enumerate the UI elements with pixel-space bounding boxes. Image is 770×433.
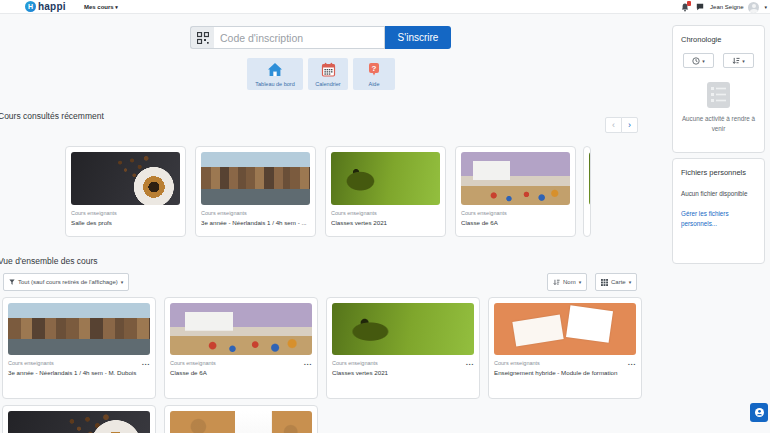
manage-private-files-link[interactable]: Gérer les fichiers personnels... [681, 209, 756, 229]
qr-code-icon [190, 26, 214, 49]
course-title[interactable]: Classe de 6A [170, 369, 312, 378]
course-image [71, 152, 180, 205]
course-filter-dropdown[interactable]: Tout (sauf cours retirés de l'affichage)… [3, 273, 129, 291]
calendar-button[interactable]: Calendrier [308, 58, 348, 90]
house-icon [267, 62, 283, 77]
course-category: Cours enseignants [461, 210, 570, 216]
course-overview-title: Vue d'ensemble des cours [0, 256, 98, 266]
course-image [170, 303, 312, 355]
user-name[interactable]: Jean Seigne [710, 4, 743, 10]
recent-course-card[interactable]: Cours enseignants Classe de 6A [455, 146, 576, 237]
user-menu-caret-icon[interactable]: ▾ [764, 4, 767, 10]
course-title[interactable]: Salle des profs [71, 219, 180, 228]
chevron-down-icon: ▾ [629, 279, 632, 285]
course-category: Cours enseignants [71, 210, 180, 216]
course-category: Cours enseignants [494, 360, 540, 366]
recent-course-card-partial[interactable] [583, 146, 591, 237]
course-category: Cours enseignants [331, 210, 440, 216]
course-image [331, 152, 440, 205]
course-image [461, 152, 570, 205]
course-title[interactable]: Classe de 6A [461, 219, 570, 228]
overview-course-card[interactable]: Cours enseignants ... Classes vertes 202… [326, 297, 480, 399]
display-mode-dropdown[interactable]: Carte ▾ [595, 273, 637, 291]
timeline-empty-illustration [681, 81, 756, 109]
sort-dropdown[interactable]: Nom ▾ [547, 273, 587, 291]
course-category: Cours enseignants [8, 360, 54, 366]
course-title[interactable]: 3e année - Néerlandais 1 / 4h sem - ... [201, 219, 310, 228]
private-files-title: Fichiers personnels [681, 168, 756, 178]
notification-badge [687, 1, 692, 6]
enrol-submit-button[interactable]: S'inscrire [385, 26, 451, 49]
course-title[interactable]: Enseignement hybride - Module de formati… [494, 369, 636, 378]
carousel-next-button[interactable]: › [621, 117, 638, 133]
course-menu-button[interactable]: ... [142, 361, 150, 365]
nav-mes-cours-menu[interactable]: Mes cours ▾ [84, 4, 118, 10]
filter-icon [9, 279, 15, 285]
recent-courses-title: Cours consultés récemment [0, 111, 104, 121]
private-files-block: Fichiers personnels Aucun fichier dispon… [672, 158, 765, 264]
calendar-label: Calendrier [315, 81, 340, 87]
sort-icon [732, 57, 740, 65]
messages-button[interactable] [695, 2, 705, 12]
avatar[interactable] [748, 2, 759, 13]
timeline-sort-dropdown[interactable]: ▾ [723, 53, 754, 68]
logo-text: happi [38, 1, 66, 12]
help-icon: ? [367, 62, 381, 77]
grid-icon [601, 279, 608, 286]
chevron-down-icon: ▾ [702, 58, 705, 64]
course-title[interactable]: Classes vertes 2021 [331, 219, 440, 228]
course-title[interactable]: 3e année - Néerlandais 1 / 4h sem - M. D… [8, 369, 150, 378]
svg-text:?: ? [372, 64, 377, 73]
chevron-down-icon: ▾ [742, 58, 745, 64]
chevron-down-icon: ▾ [115, 4, 118, 10]
course-filter-label: Tout (sauf cours retirés de l'affichage) [18, 279, 118, 285]
course-menu-button[interactable]: ... [628, 361, 636, 365]
course-category: Cours enseignants [201, 210, 310, 216]
course-image [201, 152, 310, 205]
overview-course-card[interactable]: Cours enseignants ... Enseignement hybri… [488, 297, 642, 399]
sort-label: Nom [563, 279, 576, 285]
sort-icon [553, 279, 560, 286]
help-button[interactable]: ? Aide [353, 58, 395, 90]
notifications-button[interactable] [680, 2, 690, 12]
timeline-block: Chronologie ▾ ▾ Aucune activité à rendre… [672, 25, 765, 153]
enrol-code-input[interactable] [214, 26, 385, 49]
enrol-code-form: S'inscrire [190, 26, 451, 49]
display-mode-label: Carte [611, 279, 626, 285]
course-category: Cours enseignants [332, 360, 378, 366]
course-category: Cours enseignants [170, 360, 216, 366]
course-image [8, 411, 150, 433]
calendar-icon [321, 62, 336, 77]
course-image [8, 303, 150, 355]
recent-course-card[interactable]: Cours enseignants Salle des profs [65, 146, 186, 237]
dashboard-label: Tableau de bord [255, 81, 294, 87]
carousel-prev-button[interactable]: ‹ [605, 117, 622, 133]
dashboard-button[interactable]: Tableau de bord [247, 58, 303, 90]
course-image [332, 303, 474, 355]
recent-course-card[interactable]: Cours enseignants Classes vertes 2021 [325, 146, 446, 237]
assistant-icon [754, 407, 765, 418]
course-menu-button[interactable]: ... [304, 361, 312, 365]
clock-icon [692, 57, 700, 65]
help-label: Aide [368, 81, 379, 87]
timeline-empty-text: Aucune activité à rendre à venir [681, 114, 756, 134]
overview-course-card-partial[interactable] [2, 405, 156, 433]
course-title[interactable]: Classes vertes 2021 [332, 369, 474, 378]
course-menu-button[interactable]: ... [466, 361, 474, 365]
chevron-down-icon: ▾ [121, 279, 124, 285]
chat-icon [696, 3, 704, 11]
overview-course-card[interactable]: Cours enseignants ... 3e année - Néerlan… [2, 297, 156, 399]
app-logo[interactable]: H happi [25, 1, 66, 12]
overview-course-card-partial[interactable] [164, 405, 318, 433]
timeline-day-filter-dropdown[interactable]: ▾ [683, 53, 714, 68]
recent-course-card[interactable]: Cours enseignants 3e année - Néerlandais… [195, 146, 316, 237]
overview-course-card[interactable]: Cours enseignants ... Classe de 6A [164, 297, 318, 399]
top-navbar: H happi Mes cours ▾ Jean Seigne ▾ [0, 0, 770, 14]
chevron-down-icon: ▾ [579, 279, 582, 285]
course-image [170, 411, 312, 433]
logo-icon: H [25, 1, 36, 12]
nav-mes-cours-label: Mes cours [84, 4, 114, 10]
private-files-empty-text: Aucun fichier disponible [681, 189, 756, 199]
course-image [589, 152, 591, 205]
floating-action-button[interactable] [750, 403, 768, 422]
